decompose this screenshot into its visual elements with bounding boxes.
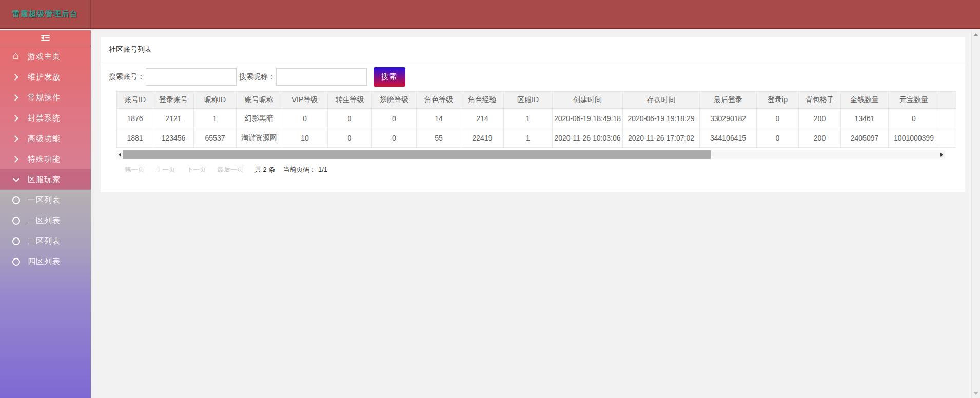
table-cell: 200: [799, 128, 841, 148]
sidebar-item-游戏主页[interactable]: 游戏主页: [0, 46, 91, 67]
accounts-table-wrap: 账号ID登录账号昵称ID账号昵称VIP等级转生等级翅膀等级角色等级角色经验区服I…: [116, 91, 956, 148]
circle-icon: [11, 257, 21, 267]
sidebar-item-区服玩家[interactable]: 区服玩家: [0, 169, 91, 190]
table-cell: 0: [282, 109, 328, 128]
sidebar-item-label: 常规操作: [28, 93, 61, 103]
column-header: 存盘时间: [623, 92, 700, 109]
sidebar-item-label: 四区列表: [28, 257, 61, 267]
collapse-menu-icon: [41, 35, 50, 41]
page-title: 社区账号列表: [101, 37, 965, 62]
top-header-bar: 雷霆超级管理后台: [0, 0, 980, 29]
table-cell: 幻影黑暗: [237, 109, 282, 128]
sidebar-item-label: 封禁系统: [28, 113, 61, 123]
table-cell: 1: [504, 128, 553, 148]
column-header: 翅膀等级: [372, 92, 417, 109]
sidebar-item-一区列表[interactable]: 一区列表: [0, 190, 91, 210]
column-header: 账号ID: [117, 92, 153, 109]
table-cell: 0: [757, 109, 799, 128]
horizontal-scrollbar-thumb[interactable]: [123, 150, 711, 159]
column-header: 账号昵称: [237, 92, 282, 109]
pagination-first[interactable]: 第一页: [125, 165, 145, 174]
search-account-input[interactable]: [146, 68, 237, 86]
sidebar-item-label: 特殊功能: [28, 154, 61, 164]
column-header: 区服ID: [504, 92, 553, 109]
pagination-next[interactable]: 下一页: [186, 165, 206, 174]
column-header: 最后登录: [700, 92, 757, 109]
table-header-row: 账号ID登录账号昵称ID账号昵称VIP等级转生等级翅膀等级角色等级角色经验区服I…: [117, 92, 956, 109]
table-row: 188112345665537淘游资源网1000552241912020-11-…: [117, 128, 956, 148]
table-cell: 2020-11-26 17:07:02: [623, 128, 700, 148]
column-header: 元宝数量: [889, 92, 939, 109]
chevron-right-icon: [11, 154, 21, 164]
table-cell: 200: [799, 109, 841, 128]
table-cell: 2020-06-19 18:49:18: [553, 109, 623, 128]
chevron-right-icon: [11, 93, 21, 103]
table-cell: 0: [372, 109, 417, 128]
scroll-right-arrow-icon[interactable]: [938, 150, 945, 159]
horizontal-scrollbar: [116, 150, 945, 159]
column-header: 昵称ID: [194, 92, 237, 109]
table-cell: 13461: [841, 109, 889, 128]
sidebar-item-特殊功能[interactable]: 特殊功能: [0, 149, 91, 169]
table-cell: 2020-11-26 10:03:06: [553, 128, 623, 148]
table-cell: 0: [328, 128, 372, 148]
table-cell: 2121: [153, 109, 194, 128]
vertical-scrollbar[interactable]: [971, 30, 980, 398]
pagination-prev[interactable]: 上一页: [155, 165, 175, 174]
sidebar-item-label: 区服玩家: [28, 175, 61, 185]
table-cell: 2405097: [841, 128, 889, 148]
sidebar-item-label: 高级功能: [28, 134, 61, 144]
table-cell: 0: [889, 109, 939, 128]
sidebar-item-label: 游戏主页: [28, 52, 61, 62]
sidebar-item-label: 一区列表: [28, 195, 61, 205]
table-cell: [939, 128, 956, 148]
table-cell: 0: [328, 109, 372, 128]
scroll-down-arrow-icon[interactable]: [973, 392, 978, 395]
pagination-current-page: 当前页码： 1/1: [283, 165, 327, 174]
search-button[interactable]: 搜索: [374, 67, 405, 87]
sidebar-menu: 游戏主页维护发放常规操作封禁系统高级功能特殊功能区服玩家一区列表二区列表三区列表…: [0, 46, 91, 272]
sidebar-item-label: 维护发放: [28, 72, 61, 82]
table-cell: 22419: [461, 128, 504, 148]
scroll-up-arrow-icon[interactable]: [973, 33, 978, 36]
table-cell: 123456: [153, 128, 194, 148]
chevron-right-icon: [11, 72, 21, 82]
sidebar-item-二区列表[interactable]: 二区列表: [0, 210, 91, 231]
table-cell: 10: [282, 128, 328, 148]
circle-icon: [11, 236, 21, 246]
pagination-last[interactable]: 最后一页: [217, 165, 244, 174]
table-cell: 1: [194, 109, 237, 128]
chevron-down-icon: [11, 175, 21, 185]
table-row: 187621211幻影黑暗0001421412020-06-19 18:49:1…: [117, 109, 956, 128]
chevron-right-icon: [11, 134, 21, 144]
column-header: VIP等级: [282, 92, 328, 109]
sidebar-item-三区列表[interactable]: 三区列表: [0, 231, 91, 251]
table-cell: 1: [504, 109, 553, 128]
column-header: 登录账号: [153, 92, 194, 109]
column-header: 背包格子: [799, 92, 841, 109]
sidebar-item-维护发放[interactable]: 维护发放: [0, 67, 91, 87]
table-cell: 0: [757, 128, 799, 148]
app-title: 雷霆超级管理后台: [0, 0, 91, 28]
sidebar-item-四区列表[interactable]: 四区列表: [0, 251, 91, 272]
pagination-total: 共 2 条: [254, 165, 275, 174]
sidebar-item-常规操作[interactable]: 常规操作: [0, 87, 91, 108]
scroll-left-arrow-icon[interactable]: [116, 150, 123, 159]
table-cell: 淘游资源网: [237, 128, 282, 148]
circle-icon: [11, 195, 21, 205]
main-content: 社区账号列表 搜索账号： 搜索昵称： 搜索 账号ID登录账号昵称ID账号昵称VI…: [91, 30, 971, 398]
column-header: 角色经验: [461, 92, 504, 109]
account-list-card: 社区账号列表 搜索账号： 搜索昵称： 搜索 账号ID登录账号昵称ID账号昵称VI…: [101, 37, 965, 192]
pagination: 第一页 上一页 下一页 最后一页 共 2 条 当前页码： 1/1: [125, 165, 965, 174]
sidebar-item-高级功能[interactable]: 高级功能: [0, 128, 91, 149]
search-nickname-input[interactable]: [276, 68, 367, 86]
circle-icon: [11, 216, 21, 226]
table-cell: 0: [372, 128, 417, 148]
table-cell: [939, 109, 956, 128]
table-cell: 55: [417, 128, 461, 148]
sidebar-collapse-button[interactable]: [0, 30, 91, 46]
table-cell: 1876: [117, 109, 153, 128]
sidebar: 游戏主页维护发放常规操作封禁系统高级功能特殊功能区服玩家一区列表二区列表三区列表…: [0, 30, 91, 398]
chevron-right-icon: [11, 113, 21, 123]
sidebar-item-封禁系统[interactable]: 封禁系统: [0, 108, 91, 128]
